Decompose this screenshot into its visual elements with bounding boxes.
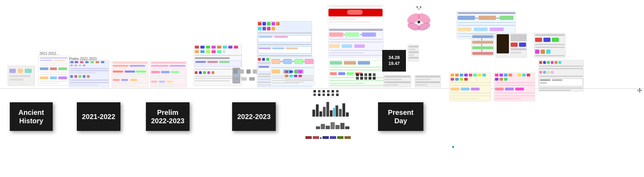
diagram-right-1[interactable] [471, 34, 494, 56]
move-cursor-icon: ✛ [637, 87, 642, 94]
svg-point-7 [416, 6, 418, 8]
small-panel-2[interactable] [415, 75, 441, 87]
svg-point-8 [420, 6, 421, 8]
svg-point-4 [417, 21, 420, 23]
diagram-present-2[interactable] [494, 73, 535, 101]
number-bottom: 19.47 [388, 61, 400, 67]
number-top: 34.28 [388, 55, 400, 61]
teal-dot [452, 146, 454, 148]
diagram-small-gray[interactable] [408, 45, 419, 61]
label-2022-2023[interactable]: 2022-2023 [232, 102, 276, 131]
diagram-2021-1[interactable] [38, 56, 69, 86]
diagram-ancient-1[interactable] [8, 66, 35, 86]
label-2021-2022-small: 2021-2022... [39, 52, 59, 56]
diagram-system-1[interactable] [328, 28, 383, 58]
diagram-prelim-1[interactable] [69, 60, 109, 87]
diagram-present-1[interactable] [450, 73, 491, 101]
diagram-red-bar[interactable] [327, 4, 383, 24]
bar-chart-bottom-2 [316, 122, 349, 129]
diagram-far-right-1[interactable] [538, 60, 584, 91]
canvas: 2021-2022... Prelim 2022-2023 [0, 0, 644, 177]
diagram-prelim-3[interactable] [150, 61, 187, 87]
diagram-right-2[interactable] [496, 33, 527, 58]
diagram-prelim-2[interactable] [112, 61, 148, 87]
small-panel-1[interactable] [384, 75, 411, 87]
dots-pattern-presentday [313, 90, 340, 96]
butterfly-diagram[interactable] [405, 6, 433, 39]
number-display: 34.28 19.47 [382, 50, 406, 72]
dots-2022 [356, 73, 376, 80]
label-2021-2022[interactable]: 2021-2022 [77, 102, 120, 131]
label-prelim-2022-2023[interactable]: Prelim2022-2023 [146, 102, 190, 131]
label-ancient-history[interactable]: Ancient History [10, 102, 53, 131]
bar-chart-bottom-3 [305, 136, 351, 139]
bar-chart-bottom [312, 102, 349, 117]
label-present-day[interactable]: PresentDay [378, 102, 423, 131]
diagram-right-3[interactable] [534, 33, 565, 58]
small-grid [285, 71, 314, 86]
